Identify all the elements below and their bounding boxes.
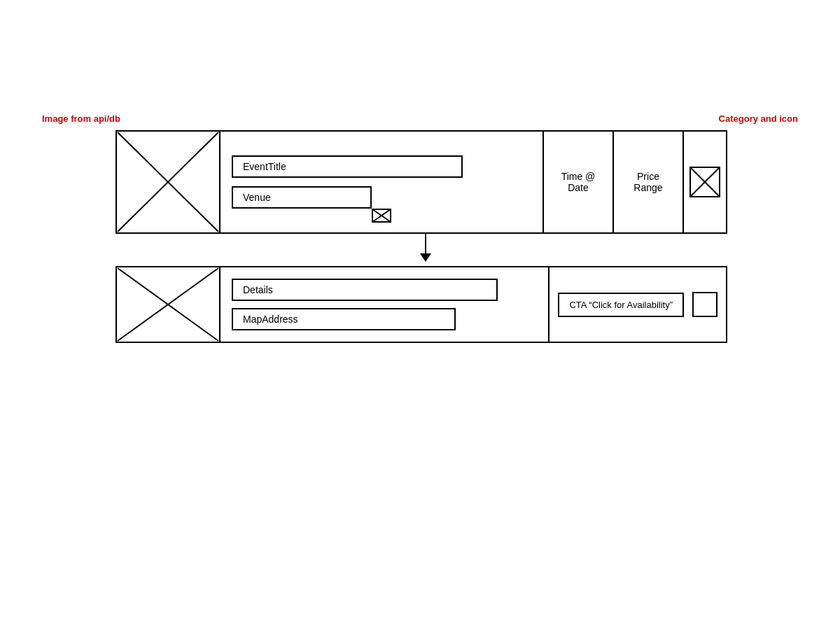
- price-range-label: Price Range: [634, 171, 662, 193]
- category-icon-box: [684, 132, 726, 232]
- envelope-icon: [372, 209, 391, 225]
- venue-field: Venue: [232, 186, 372, 209]
- time-date-label: Time @ Date: [561, 171, 596, 193]
- annotation-category-icon: Category and icon: [719, 113, 798, 124]
- detail-image-placeholder: [117, 267, 220, 342]
- arrow-line: [425, 234, 426, 253]
- card1-main-content: EventTitle Venue: [220, 132, 542, 232]
- card2-main-content: Details MapAddress: [220, 267, 548, 342]
- details-field: Details: [232, 279, 498, 301]
- event-card-2: Details MapAddress CTA “Click for Availa…: [115, 266, 727, 343]
- event-card-1: EventTitle Venue Time @ Date Price Range: [115, 130, 727, 234]
- cta-button[interactable]: CTA “Click for Availability”: [558, 293, 684, 317]
- price-range-box: Price Range: [614, 132, 684, 232]
- card1-info-section: Time @ Date Price Range: [542, 132, 726, 232]
- arrow-head: [420, 253, 431, 262]
- event-image-placeholder: [117, 132, 220, 232]
- map-address-field: MapAddress: [232, 308, 456, 330]
- event-title-field: EventTitle: [232, 155, 463, 178]
- time-date-box: Time @ Date: [544, 132, 614, 232]
- small-icon-box: [692, 292, 718, 317]
- card2-right-section: CTA “Click for Availability”: [548, 267, 726, 342]
- arrow-connector: [420, 234, 431, 262]
- annotation-image-source: Image from api/db: [42, 113, 120, 124]
